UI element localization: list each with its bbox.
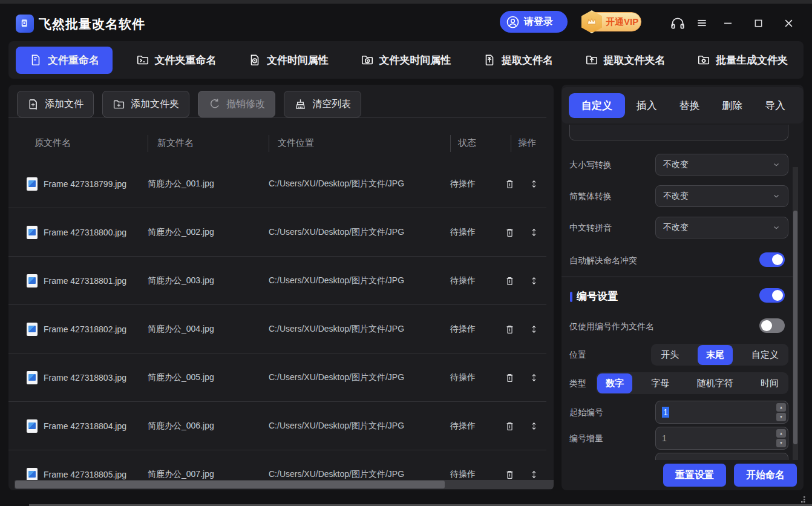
feature-tab-4[interactable]: 文件夹时间属性 <box>352 47 460 74</box>
feature-tab-6[interactable]: 提取文件夹名 <box>577 47 674 74</box>
move-row-icon[interactable] <box>529 178 539 190</box>
table-row[interactable]: Frame 427318803.jpg 简鹿办公_005.jpg C:/User… <box>8 353 546 402</box>
segment-option[interactable]: 数字 <box>597 373 632 393</box>
folder-clock-icon <box>361 53 374 67</box>
image-file-icon <box>27 419 38 433</box>
numbering-section-title: 编号设置 <box>577 289 618 303</box>
chevron-down-icon <box>772 223 781 232</box>
file-path: C:/Users/XU/Desktop/图片文件/JPG <box>269 421 404 432</box>
rename-tab-3[interactable]: 替换 <box>669 93 711 118</box>
image-file-icon <box>27 371 38 384</box>
move-row-icon[interactable] <box>529 420 539 432</box>
segment-option[interactable]: 随机字符 <box>689 373 742 393</box>
convert-dropdown-1[interactable]: 不改变 <box>655 154 788 176</box>
numbering-toggle[interactable] <box>759 288 785 303</box>
support-headphones-icon[interactable] <box>667 13 688 33</box>
spin-up-icon[interactable]: ▲ <box>776 429 786 438</box>
segment-option[interactable]: 时间 <box>752 373 787 393</box>
rename-tab-2[interactable]: 插入 <box>626 93 668 118</box>
undo-icon <box>208 98 221 111</box>
custom-name-input[interactable] <box>569 125 788 140</box>
settings-scrollbar[interactable] <box>793 167 798 460</box>
file-extract-icon <box>483 53 496 67</box>
convert-dropdown-2[interactable]: 不改变 <box>655 185 788 207</box>
move-row-icon[interactable] <box>529 372 539 384</box>
segment-option[interactable]: 末尾 <box>698 345 733 365</box>
undo-button: 撤销修改 <box>198 91 275 117</box>
type-label: 类型 <box>569 378 586 389</box>
auto-resolve-toggle[interactable] <box>759 252 785 267</box>
only-number-toggle[interactable] <box>759 318 785 333</box>
section-marker <box>570 292 572 302</box>
login-button[interactable]: 请登录 <box>500 11 568 33</box>
segment-option[interactable]: 自定义 <box>743 345 787 365</box>
convert-dropdown-3[interactable]: 不改变 <box>655 217 788 238</box>
add-folder-icon <box>113 98 125 111</box>
delete-row-icon[interactable] <box>505 275 515 286</box>
feature-tab-7[interactable]: 批量生成文件夹 <box>689 47 796 74</box>
app-logo-icon <box>16 15 34 33</box>
table-header: 原文件名 新文件名 文件位置 状态 操作 <box>8 127 546 160</box>
start-number-input[interactable]: 1 ▲ ▼ <box>655 401 788 424</box>
start-rename-button[interactable]: 开始命名 <box>734 464 797 487</box>
file-path: C:/Users/XU/Desktop/图片文件/JPG <box>269 372 404 383</box>
move-row-icon[interactable] <box>529 275 539 287</box>
table-row[interactable]: Frame 427318801.jpg 简鹿办公_003.jpg C:/User… <box>8 257 546 305</box>
file-path: C:/Users/XU/Desktop/图片文件/JPG <box>269 227 404 238</box>
rename-tab-5[interactable]: 导入 <box>754 93 796 118</box>
new-filename: 简鹿办公_006.jpg <box>148 421 214 432</box>
new-filename: 简鹿办公_007.jpg <box>148 469 214 480</box>
auto-resolve-label: 自动解决命名冲突 <box>569 255 637 266</box>
reset-settings-button[interactable]: 重置设置 <box>663 464 726 487</box>
hamburger-menu-icon[interactable] <box>692 13 712 33</box>
horizontal-scrollbar[interactable] <box>15 480 554 489</box>
original-filename: Frame 427318805.jpg <box>44 470 126 479</box>
delete-row-icon[interactable] <box>505 372 515 383</box>
image-file-icon <box>27 177 38 191</box>
maximize-button[interactable] <box>748 13 768 33</box>
table-row[interactable]: Frame 427318802.jpg 简鹿办公_004.jpg C:/User… <box>8 305 546 353</box>
move-row-icon[interactable] <box>529 226 539 238</box>
window-resize-grip[interactable] <box>796 494 807 505</box>
delete-row-icon[interactable] <box>505 421 515 432</box>
increment-label: 编号增量 <box>569 433 603 444</box>
feature-tab-1[interactable]: 文件重命名 <box>16 47 113 74</box>
status-label: 待操作 <box>450 179 476 189</box>
table-row[interactable]: Frame 427318800.jpg 简鹿办公_002.jpg C:/User… <box>8 208 546 257</box>
image-file-icon <box>27 274 38 288</box>
add-file-button[interactable]: 添加文件 <box>17 91 94 117</box>
increment-input[interactable]: 1 ▲ ▼ <box>655 427 788 450</box>
start-number-value: 1 <box>662 407 669 418</box>
minimize-button[interactable] <box>718 13 738 33</box>
segment-option[interactable]: 开头 <box>652 345 687 365</box>
delete-row-icon[interactable] <box>505 179 515 189</box>
close-button[interactable] <box>778 13 799 33</box>
vip-button[interactable]: 开通VIP <box>583 12 641 31</box>
rename-settings-panel: 自定义插入替换删除导入 大小写转换不改变简繁体转换不改变中文转拼音不改变 自动解… <box>562 85 804 490</box>
rename-tab-4[interactable]: 删除 <box>711 93 753 118</box>
clipped-number-input[interactable] <box>655 453 788 460</box>
delete-row-icon[interactable] <box>505 324 515 335</box>
spin-up-icon[interactable]: ▲ <box>776 403 786 412</box>
feature-tab-2[interactable]: 文件夹重命名 <box>128 47 225 74</box>
spin-down-icon[interactable]: ▼ <box>776 413 786 421</box>
feature-tab-3[interactable]: 文件时间属性 <box>240 47 337 74</box>
clear-list-button[interactable]: 清空列表 <box>284 91 361 117</box>
move-row-icon[interactable] <box>529 323 539 335</box>
table-row[interactable]: Frame 427318804.jpg 简鹿办公_006.jpg C:/User… <box>8 402 546 450</box>
feature-tab-5[interactable]: 提取文件名 <box>474 47 562 74</box>
move-row-icon[interactable] <box>529 468 539 481</box>
convert-label-1: 大小写转换 <box>569 160 612 171</box>
table-row[interactable]: Frame 427318799.jpg 简鹿办公_001.jpg C:/User… <box>8 160 546 208</box>
segment-option[interactable]: 字母 <box>643 373 678 393</box>
section-divider <box>562 277 795 277</box>
original-filename: Frame 427318803.jpg <box>44 373 126 383</box>
add-folder-button[interactable]: 添加文件夹 <box>102 91 189 117</box>
col-original-name: 原文件名 <box>34 137 71 149</box>
rename-mode-tabs: 自定义插入替换删除导入 <box>562 87 804 123</box>
new-filename: 简鹿办公_002.jpg <box>148 227 214 238</box>
spin-down-icon[interactable]: ▼ <box>776 439 786 447</box>
delete-row-icon[interactable] <box>505 469 515 480</box>
rename-tab-1[interactable]: 自定义 <box>569 93 625 118</box>
delete-row-icon[interactable] <box>505 227 515 238</box>
